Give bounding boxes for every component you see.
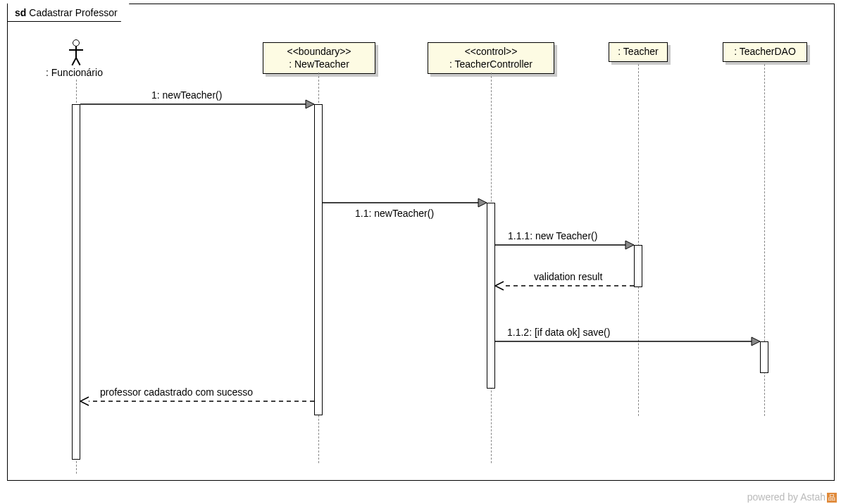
svg-marker-1 [306, 100, 314, 108]
lifeline-teacher: : Teacher [609, 42, 668, 62]
lifeline-teacher-name: : Teacher [615, 46, 661, 58]
svg-marker-8 [752, 337, 760, 346]
label-m112: 1.1.2: [if data ok] save() [507, 327, 610, 338]
activation-actor [72, 104, 80, 460]
actor-icon-arms [69, 49, 83, 51]
actor-icon-body [75, 46, 77, 58]
activation-boundary [314, 104, 323, 415]
stereotype-control: <<control>> [434, 46, 548, 58]
label-r111: validation result [534, 271, 602, 282]
arrow-m11 [323, 197, 490, 208]
activation-control [487, 203, 495, 389]
label-ret: professor cadastrado com sucesso [100, 386, 253, 398]
frame-title-tab: sd Cadastrar Professor [7, 4, 130, 22]
label-m111: 1.1.1: new Teacher() [508, 230, 597, 241]
label-m11: 1.1: newTeacher() [355, 208, 434, 219]
lifeline-teacherdao: : TeacherDAO [723, 42, 807, 62]
frame-prefix: sd [15, 7, 26, 18]
svg-marker-5 [625, 241, 634, 249]
stereotype-boundary: <<boundary>> [269, 46, 369, 58]
lifeline-dash-teacher [638, 64, 639, 416]
lifeline-teacherdao-name: : TeacherDAO [729, 46, 801, 58]
svg-marker-3 [478, 199, 487, 207]
lifeline-newteacher: <<boundary>> : NewTeacher [263, 42, 375, 74]
actor-label: : Funcionário [46, 67, 103, 78]
frame-title: Cadastrar Professor [29, 7, 117, 18]
footer-text: powered by Astah [747, 491, 826, 503]
actor-icon [73, 39, 80, 46]
lifeline-teachercontroller: <<control>> : TeacherController [428, 42, 554, 74]
footer-credit: powered by Astah品 [747, 491, 837, 503]
label-m1: 1: newTeacher() [151, 89, 222, 101]
astah-logo-icon: 品 [827, 493, 837, 503]
lifeline-control-name: : TeacherController [434, 58, 548, 71]
lifeline-boundary-name: : NewTeacher [269, 58, 369, 71]
sequence-frame [7, 4, 835, 481]
